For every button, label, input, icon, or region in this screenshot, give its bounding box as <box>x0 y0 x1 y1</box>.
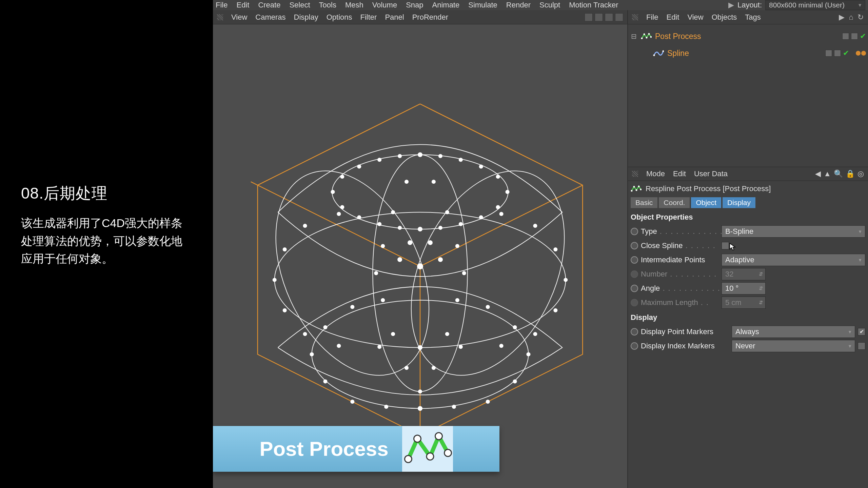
svg-point-33 <box>499 212 504 216</box>
vp-menu-cameras[interactable]: Cameras <box>255 13 285 22</box>
vp-move-icon[interactable] <box>585 13 593 21</box>
intermediate-points-select[interactable]: Adaptive <box>722 254 865 266</box>
om-menu-edit[interactable]: Edit <box>666 13 679 22</box>
am-menu-edit[interactable]: Edit <box>673 169 686 178</box>
menu-animate[interactable]: Animate <box>432 1 460 9</box>
post-process-object-icon <box>641 32 652 40</box>
svg-point-74 <box>438 257 443 262</box>
vp-menu-view[interactable]: View <box>231 13 247 22</box>
close-spline-checkbox[interactable] <box>722 242 729 249</box>
menu-motion-tracker[interactable]: Motion Tracker <box>569 1 618 9</box>
viewport-menu-bar: View Cameras Display Options Filter Pane… <box>213 10 627 24</box>
tag-icon[interactable] <box>856 51 866 56</box>
om-menu-tags[interactable]: Tags <box>745 13 761 22</box>
am-menu-mode[interactable]: Mode <box>646 169 665 178</box>
menu-edit[interactable]: Edit <box>236 1 249 9</box>
am-back-icon[interactable]: ◀ <box>815 169 821 178</box>
layer-slot-icon[interactable] <box>842 33 849 40</box>
svg-point-53 <box>350 400 354 404</box>
attribute-tabs: Basic Coord. Object Display <box>631 197 865 208</box>
am-up-icon[interactable]: ▲ <box>824 169 831 178</box>
main-menu-bar: File Edit Create Select Tools Mesh Volum… <box>213 0 868 10</box>
om-menu-objects[interactable]: Objects <box>712 13 737 22</box>
svg-point-45 <box>310 352 314 357</box>
anim-dot-icon[interactable] <box>631 342 638 350</box>
menu-volume[interactable]: Volume <box>372 1 397 9</box>
menu-mesh[interactable]: Mesh <box>345 1 363 9</box>
anim-dot-icon[interactable] <box>631 242 638 249</box>
vp-menu-panel[interactable]: Panel <box>385 13 404 22</box>
menu-render[interactable]: Render <box>506 1 531 9</box>
am-target-icon[interactable]: ◎ <box>857 169 864 178</box>
om-menu-file[interactable]: File <box>646 13 658 22</box>
grip-icon[interactable] <box>217 14 223 20</box>
enable-check-icon[interactable]: ✔ <box>860 32 866 41</box>
menu-snap[interactable]: Snap <box>406 1 423 9</box>
layout-selector[interactable]: 800x600 minimal (User) <box>765 0 865 10</box>
om-home-icon[interactable]: ⌂ <box>848 14 854 21</box>
am-menu-userdata[interactable]: User Data <box>694 169 728 178</box>
tab-basic[interactable]: Basic <box>631 197 657 208</box>
vp-split-icon[interactable] <box>615 13 623 21</box>
feature-overlay: Post Process <box>213 426 499 472</box>
vp-rotate-icon[interactable] <box>605 13 613 21</box>
menu-file[interactable]: File <box>216 1 228 9</box>
om-prev-icon[interactable]: ▶ <box>838 14 845 21</box>
enable-check-icon[interactable]: ✔ <box>843 49 849 58</box>
svg-point-31 <box>533 224 537 228</box>
anim-dot-icon[interactable] <box>631 328 638 336</box>
grip-icon[interactable] <box>632 171 638 177</box>
om-menu-view[interactable]: View <box>687 13 703 22</box>
vp-zoom-icon[interactable] <box>595 13 603 21</box>
visibility-slot-icon[interactable] <box>834 50 841 57</box>
tab-object[interactable]: Object <box>691 197 721 208</box>
anim-dot-icon[interactable] <box>631 228 638 235</box>
anim-dot-icon[interactable] <box>631 256 638 264</box>
viewport-panel: View Cameras Display Options Filter Pane… <box>213 10 628 488</box>
svg-point-47 <box>323 325 327 329</box>
visibility-slot-icon[interactable] <box>851 33 858 40</box>
tree-row-spline[interactable]: Spline ✔ <box>630 45 866 62</box>
index-markers-checkbox[interactable] <box>858 342 865 350</box>
tab-coord[interactable]: Coord. <box>659 197 690 208</box>
menu-sculpt[interactable]: Sculpt <box>539 1 560 9</box>
menu-tools[interactable]: Tools <box>319 1 336 9</box>
prop-label: Type . . . . . . . . . . . . <box>641 227 719 236</box>
point-markers-checkbox[interactable] <box>858 328 865 336</box>
svg-point-44 <box>526 352 530 357</box>
anim-dot-icon[interactable] <box>631 285 638 292</box>
vp-menu-filter[interactable]: Filter <box>360 13 377 22</box>
svg-point-34 <box>337 212 341 216</box>
prop-row-display-point-markers: Display Point Markers Always <box>631 325 865 339</box>
angle-input[interactable]: 10 °⇵ <box>722 282 766 294</box>
menu-select[interactable]: Select <box>289 1 310 9</box>
am-search-icon[interactable]: 🔍 <box>834 169 843 178</box>
prop-row-angle: Angle . . . . . . . . . . . 10 °⇵ <box>631 281 865 296</box>
tab-display[interactable]: Display <box>723 197 755 208</box>
svg-point-20 <box>479 215 483 219</box>
layout-play-icon[interactable]: ▶ <box>728 1 734 9</box>
mouse-cursor-icon <box>729 243 737 251</box>
svg-point-4 <box>245 146 459 400</box>
svg-point-48 <box>486 305 490 309</box>
display-index-markers-select[interactable]: Never <box>732 340 855 352</box>
type-select[interactable]: B-Spline <box>722 225 865 238</box>
display-point-markers-select[interactable]: Always <box>732 326 855 338</box>
menu-simulate[interactable]: Simulate <box>468 1 497 9</box>
prop-label: Display Point Markers <box>641 327 729 336</box>
layer-slot-icon[interactable] <box>825 50 832 57</box>
tree-collapse-icon[interactable]: ⊟ <box>630 32 637 40</box>
svg-point-27 <box>564 278 568 282</box>
vp-menu-options[interactable]: Options <box>327 13 352 22</box>
viewport-canvas[interactable]: Post Process <box>213 24 627 488</box>
svg-point-75 <box>397 257 402 262</box>
tree-row-post-process[interactable]: ⊟ Post Process ✔ <box>630 28 866 45</box>
vp-menu-display[interactable]: Display <box>294 13 318 22</box>
vp-menu-prorender[interactable]: ProRender <box>412 13 448 22</box>
om-search-icon[interactable]: ↻ <box>857 14 864 21</box>
menu-create[interactable]: Create <box>258 1 280 9</box>
am-lock-icon[interactable]: 🔒 <box>846 169 855 178</box>
object-tree[interactable]: ⊟ Post Process ✔ Spli <box>628 24 868 167</box>
svg-point-36 <box>283 308 287 312</box>
grip-icon[interactable] <box>632 14 638 20</box>
